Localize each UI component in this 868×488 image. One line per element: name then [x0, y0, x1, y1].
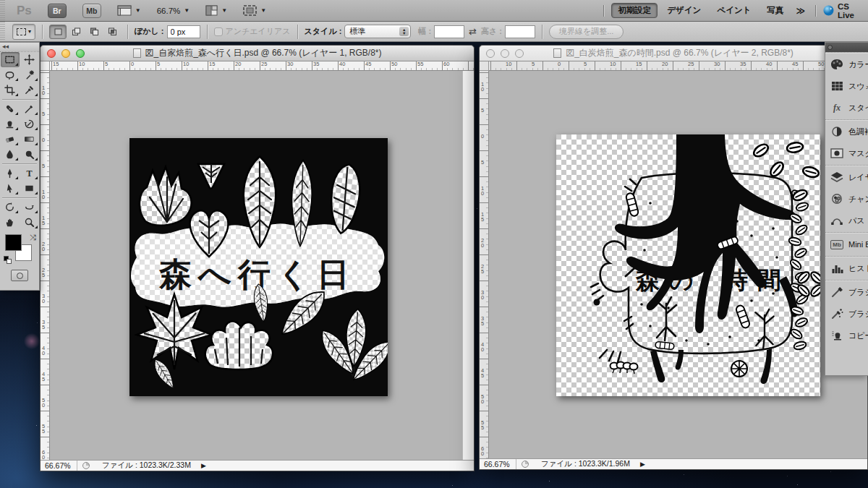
style-select[interactable]: 標準 ▲▼ [344, 25, 411, 38]
type-tool[interactable]: T [20, 166, 39, 181]
window1-horizontal-ruler[interactable]: 15105051015202530354045505560 [50, 61, 474, 71]
close-button[interactable] [486, 49, 495, 58]
panel-mini-bridge[interactable]: Mb Mini B [825, 234, 868, 255]
panel-label: チャン [848, 194, 868, 205]
artwork-canvas-2[interactable]: 森の時間 [556, 134, 820, 396]
new-selection-button[interactable] [49, 25, 67, 39]
crop-tool[interactable] [1, 82, 20, 98]
panel-brush[interactable]: ブラシ [825, 281, 868, 303]
dock-header[interactable] [825, 43, 868, 52]
window2-vertical-ruler[interactable]: 1 05051 01 52 02 53 03 54 04 55 05 56 0 [480, 71, 489, 458]
add-to-selection-button[interactable] [67, 25, 85, 39]
hand-tool[interactable] [1, 215, 20, 230]
channels-panel-icon [830, 192, 844, 205]
eraser-tool[interactable] [1, 132, 20, 147]
brush-tool[interactable] [20, 101, 39, 116]
status-zoom-field[interactable]: 66.67% [480, 460, 516, 468]
window-controls [486, 49, 524, 58]
status-zoom-field[interactable]: 66.67% [41, 461, 77, 470]
blur-tool[interactable] [1, 147, 20, 162]
workspace-photo-button[interactable]: 写真 [760, 3, 790, 18]
foreground-color-swatch[interactable] [5, 234, 22, 251]
panel-adjustments[interactable]: 色調補 [825, 121, 868, 142]
window2-horizontal-ruler[interactable]: 10505101520253035404550 [489, 61, 867, 71]
feather-input[interactable] [167, 25, 200, 38]
window1-titlebar[interactable]: 図_自家焙煎_森へ行く日.psd @ 66.7% (レイヤー 1, RGB/8*… [41, 46, 474, 61]
window1-vertical-scrollbar[interactable] [462, 71, 474, 460]
artwork-canvas-1[interactable]: 森へ行く日 [129, 138, 388, 396]
workspace-overflow-button[interactable]: ≫ [796, 6, 805, 16]
arrange-documents-icon [205, 5, 218, 16]
status-menu-arrow[interactable]: ▶ [201, 462, 206, 469]
workspace-paint-button[interactable]: ペイント [710, 3, 757, 18]
eyedropper-tool[interactable] [20, 82, 39, 98]
status-menu-arrow[interactable]: ▶ [640, 461, 645, 468]
refine-edge-button[interactable]: 境界線を調整... [549, 25, 624, 39]
panel-clone-source[interactable]: コピー [825, 325, 868, 346]
panel-label: ヒスト [848, 263, 868, 274]
toolbox-collapse-button[interactable]: ◂◂ [0, 43, 39, 52]
layers-panel-icon [830, 171, 844, 184]
window2-titlebar[interactable]: 図_白炭焙煎_森の時間.psd @ 66.7% (レイヤー 2, RGB/8*) [480, 46, 867, 61]
window1-canvas-area[interactable]: 森へ行く日 [50, 71, 462, 460]
antialias-checkbox[interactable] [214, 27, 223, 36]
zoom-tool[interactable] [20, 215, 39, 230]
zoom-button[interactable] [76, 49, 85, 58]
view-extras-dropdown[interactable]: ▼ [117, 5, 141, 16]
move-tool[interactable] [20, 52, 39, 67]
rectangle-shape-tool[interactable] [20, 181, 39, 196]
cs-live-button[interactable]: CS Live [823, 2, 868, 20]
zoom-level-dropdown[interactable]: 66.7% ▼ [157, 7, 190, 15]
pen-tool[interactable] [1, 166, 20, 181]
minimize-button[interactable] [501, 49, 509, 58]
panel-paths[interactable]: パス [825, 210, 868, 231]
height-input[interactable] [505, 25, 535, 38]
arrange-documents-dropdown[interactable]: ▼ [205, 5, 227, 16]
dodge-tool[interactable] [20, 147, 39, 162]
default-colors-icon[interactable] [4, 256, 12, 264]
panel-channels[interactable]: チャン [825, 188, 868, 210]
histogram-panel-icon [830, 262, 844, 275]
panel-swatches[interactable]: スウォ [825, 75, 868, 97]
ruler-corner[interactable] [41, 61, 50, 71]
zoom-button[interactable] [515, 49, 524, 58]
roll-3d-tool[interactable] [20, 200, 39, 215]
swap-dimensions-icon[interactable]: ⇄ [469, 26, 477, 37]
minimize-button[interactable] [61, 49, 70, 58]
ruler-corner[interactable] [480, 61, 489, 71]
window1-vertical-ruler[interactable]: 1 05051 01 52 02 53 03 54 04 55 05 56 0 [41, 71, 50, 460]
intersect-selection-button[interactable] [103, 25, 121, 39]
launch-mini-bridge-button[interactable]: Mb [82, 4, 101, 18]
subtract-from-selection-button[interactable] [85, 25, 103, 39]
rotate-3d-tool[interactable] [1, 200, 20, 215]
panel-histogram[interactable]: ヒスト [825, 257, 868, 279]
rectangular-marquee-tool[interactable] [1, 52, 20, 67]
path-selection-tool[interactable] [1, 181, 20, 196]
lasso-tool[interactable] [1, 67, 20, 82]
screen-mode-dropdown[interactable]: ▼ [243, 5, 266, 16]
tool-preset-picker[interactable]: ▾ [12, 24, 35, 40]
panel-masks[interactable]: マスク [825, 142, 868, 164]
panel-layers[interactable]: レイヤ [825, 166, 868, 188]
window2-canvas-area[interactable]: 森の時間 [489, 71, 867, 458]
paths-panel-icon [830, 214, 844, 227]
workspace-essentials-button[interactable]: 初期設定 [611, 3, 658, 18]
photoshop-screen: Ps Br Mb ▼ 66.7% ▼ ▼ ▼ 初期設定 デザイン ペイント [0, 0, 868, 488]
spot-healing-brush-tool[interactable] [1, 101, 20, 116]
close-button[interactable] [47, 49, 56, 58]
panel-color[interactable]: カラー [825, 53, 868, 75]
document-window-1[interactable]: 図_自家焙煎_森へ行く日.psd @ 66.7% (レイヤー 1, RGB/8*… [40, 45, 475, 471]
panel-styles[interactable]: fx スタイ [825, 97, 868, 119]
history-brush-tool[interactable] [20, 116, 39, 132]
gradient-tool[interactable] [20, 132, 39, 147]
document-window-2[interactable]: 図_白炭焙煎_森の時間.psd @ 66.7% (レイヤー 2, RGB/8*)… [479, 45, 868, 470]
quick-selection-tool[interactable] [20, 67, 39, 82]
launch-bridge-button[interactable]: Br [48, 4, 67, 18]
status-info-icon [82, 462, 90, 469]
swap-colors-icon[interactable]: ⤨ [30, 233, 36, 242]
width-input[interactable] [434, 25, 464, 38]
quick-mask-button[interactable] [11, 270, 28, 281]
clone-stamp-tool[interactable] [1, 116, 20, 132]
workspace-design-button[interactable]: デザイン [660, 3, 707, 18]
panel-brush-presets[interactable]: ブラシ [825, 303, 868, 325]
